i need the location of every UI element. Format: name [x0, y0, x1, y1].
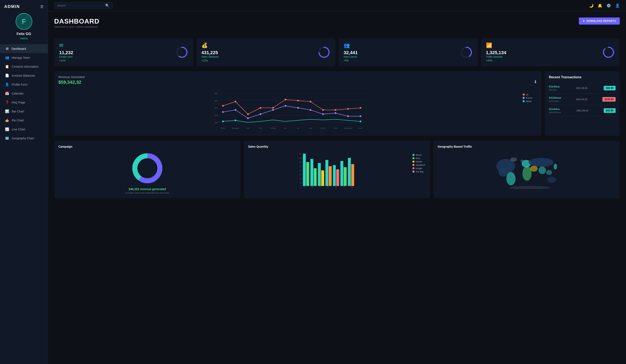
txn-date: 2022-04-01: [576, 98, 587, 101]
sidebar-item-contacts[interactable]: 📋 Contacts Information: [0, 62, 48, 71]
sidebar-item-invoices[interactable]: 📄 Invoices Balances: [0, 71, 48, 80]
svg-point-104: [529, 158, 554, 167]
svg-rect-87: [341, 161, 343, 186]
sales-quantity-card: Sales Quantity 400 350: [244, 141, 430, 198]
sidebar-item-dashboard[interactable]: ⊞ Dashboard: [0, 44, 48, 53]
svg-point-111: [554, 164, 557, 170]
svg-text:bicycle: bicycle: [320, 127, 326, 129]
middle-row: Revenue Generated $59,342,32 ⬇: [54, 71, 620, 136]
revenue-chart-titles: Revenue Generated $59,342,32: [58, 75, 85, 88]
svg-point-110: [520, 159, 524, 162]
legend-france: france: [523, 97, 537, 99]
search-icon[interactable]: 🔍: [105, 3, 109, 7]
stat-ring-emails: [176, 46, 188, 59]
txn-id: 01e4dsa: [549, 108, 561, 110]
table-row: 01e4dsa aberdohnny 2021-09-01 $43.95: [549, 105, 616, 116]
user-icon[interactable]: 👤: [615, 3, 620, 8]
campaign-card: Campaign $48,352 revenue generated Inclu…: [54, 141, 240, 198]
line-chart-legend: us france japan: [523, 89, 537, 132]
svg-point-33: [260, 113, 261, 115]
sidebar-item-profile[interactable]: 👤 Profile Form: [0, 80, 48, 89]
calendar-icon: 📅: [5, 91, 9, 95]
transactions-card: Recent Transactions 01e4dsa johndoe 2021…: [545, 71, 620, 136]
sidebar-item-manage-team[interactable]: 👥 Manage Team: [0, 53, 48, 62]
dashboard-icon: ⊞: [5, 47, 9, 51]
sidebar-item-line-chart[interactable]: 📈 Line Chart: [0, 125, 48, 134]
legend-dot-sandwich: [412, 164, 415, 166]
avatar: F: [16, 13, 32, 30]
svg-text:AG: AG: [327, 186, 329, 188]
stat-left: 📶 1,325,134 Traffic Inbound +43%: [486, 42, 506, 62]
transactions-title: Recent Transactions: [549, 75, 616, 79]
svg-rect-90: [351, 164, 354, 186]
svg-text:350: 350: [299, 157, 302, 159]
svg-point-42: [222, 121, 224, 122]
legend-dot-donut: [412, 154, 415, 156]
stat-card-sales: 💰 431,225 Sales Obtained +21%: [196, 38, 336, 66]
hamburger-icon[interactable]: ☰: [40, 4, 43, 9]
svg-rect-85: [333, 165, 336, 186]
stat-pct-sales: +21%: [201, 59, 219, 62]
legend-label-donut: donut: [416, 154, 422, 156]
dashboard-title: DASHBOARD: [54, 17, 99, 25]
svg-point-44: [360, 121, 361, 122]
svg-rect-84: [329, 166, 332, 186]
svg-text:100: 100: [299, 178, 302, 180]
svg-point-41: [360, 115, 361, 117]
legend-sandwich: sandwich: [412, 164, 426, 166]
contacts-icon: 📋: [5, 65, 9, 69]
svg-text:AF: AF: [319, 186, 321, 188]
manage-team-icon: 👥: [5, 56, 9, 60]
stat-value-sales: 431,225: [201, 50, 219, 55]
search-input[interactable]: [57, 4, 104, 7]
svg-point-25: [310, 101, 311, 103]
sidebar-item-label: Line Chart: [12, 128, 25, 131]
sales-chart-area: 400 350 300 250 200 150 100 50 0: [248, 152, 426, 189]
sidebar-item-pie-chart[interactable]: 🥧 Pie Chart: [0, 116, 48, 125]
svg-point-18: [222, 105, 224, 107]
user-role: Admin: [20, 37, 28, 40]
stat-ring-traffic: [602, 46, 615, 59]
svg-rect-81: [318, 163, 321, 186]
txn-info: 0315dsaa jackdower: [549, 96, 561, 102]
sidebar-item-label: Pie Chart: [12, 119, 24, 122]
sales-title: Sales Quantity: [248, 145, 426, 148]
settings-icon[interactable]: ⚙️: [606, 3, 611, 8]
notification-icon[interactable]: 🔔: [598, 3, 602, 8]
txn-id: 0315dsaa: [549, 96, 561, 99]
darkmode-icon[interactable]: 🌙: [589, 3, 593, 8]
search-box[interactable]: 🔍: [54, 2, 113, 9]
svg-text:plane: plane: [221, 127, 225, 129]
stat-ring-sales: [318, 46, 330, 59]
sidebar-item-faq[interactable]: ❓ FAQ Page: [0, 98, 48, 107]
email-stat-icon: ✉: [59, 42, 73, 48]
table-row: 01e4dsa johndoe 2021-09-01 $43.95: [549, 82, 616, 94]
svg-point-38: [322, 113, 324, 115]
stat-pct-traffic: +43%: [486, 59, 506, 62]
sidebar-item-label: Bar Chart: [12, 110, 24, 113]
legend-dot-fries: [412, 157, 415, 159]
svg-text:horse: horse: [333, 127, 338, 129]
svg-text:400: 400: [299, 153, 302, 154]
clients-stat-icon: 👥: [344, 42, 358, 48]
svg-text:150: 150: [299, 174, 302, 175]
dashboard-header: DASHBOARD Welcome to your custom dashboa…: [54, 17, 620, 33]
sidebar-item-geography[interactable]: 🗺️ Geography Chart: [0, 134, 48, 143]
txn-name: aberdohnny: [549, 111, 561, 113]
download-reports-button[interactable]: ⬇ DOWNLOAD REPORTS: [579, 17, 620, 25]
sidebar-item-calendar[interactable]: 📅 Calendar: [0, 89, 48, 98]
legend-fries: fries: [412, 157, 426, 159]
geography-icon: 🗺️: [5, 136, 9, 140]
svg-point-21: [260, 107, 261, 109]
line-chart-svg: 500 400 300 200 100: [58, 89, 521, 131]
download-chart-icon[interactable]: ⬇: [534, 79, 537, 84]
dashboard-subtitle: Welcome to your custom dashboard: [54, 25, 99, 28]
svg-text:200: 200: [215, 114, 218, 116]
sidebar-item-label: Manage Team: [12, 56, 30, 59]
sidebar-item-bar-chart[interactable]: 📊 Bar Chart: [0, 107, 48, 116]
geo-title: Geography Based Traffic: [438, 145, 616, 148]
legend-label-hotdog: hot dog: [416, 170, 424, 173]
dashboard-titles: DASHBOARD Welcome to your custom dashboa…: [54, 17, 99, 33]
stat-card-emails: ✉ 11,232 Emails Sent +11%: [54, 38, 193, 66]
legend-dot-france: [523, 97, 525, 99]
